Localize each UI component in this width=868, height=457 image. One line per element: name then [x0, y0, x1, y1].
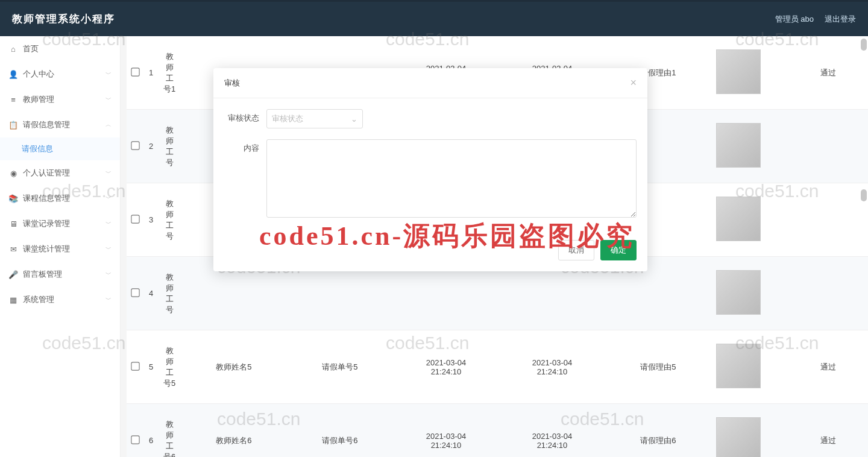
field-label-status: 审核状态 — [224, 109, 266, 124]
audit-modal: 审核 × 审核状态 审核状态 ⌄ 内容 取消 确定 — [213, 68, 647, 271]
scrollbar-thumb[interactable] — [861, 39, 867, 51]
scrollbar-thumb[interactable] — [861, 189, 867, 201]
ok-button[interactable]: 确定 — [600, 240, 637, 260]
content-textarea[interactable] — [266, 139, 637, 218]
status-select-placeholder: 审核状态 — [272, 113, 303, 124]
close-icon[interactable]: × — [630, 77, 637, 89]
field-label-content: 内容 — [224, 139, 266, 154]
status-select[interactable]: 审核状态 ⌄ — [266, 109, 363, 128]
modal-title: 审核 — [224, 78, 240, 89]
cancel-button[interactable]: 取消 — [558, 240, 594, 260]
chevron-down-icon: ⌄ — [351, 115, 357, 124]
